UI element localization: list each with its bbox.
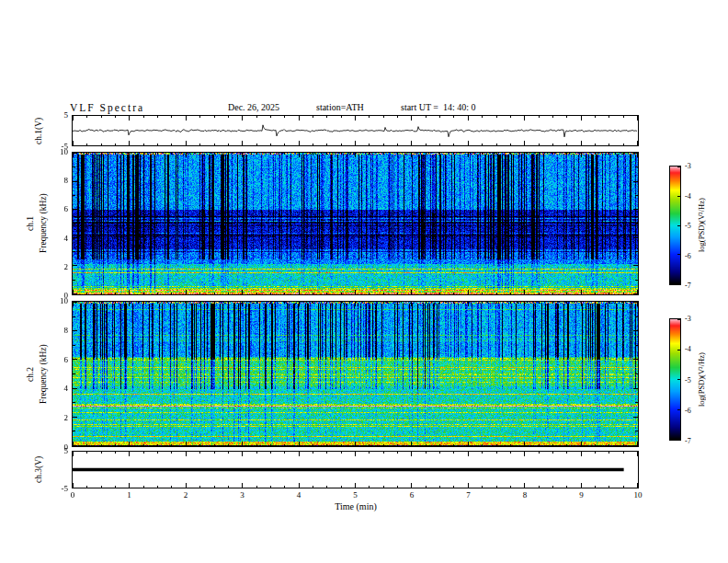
ch1-ytick-label: 5 bbox=[50, 110, 68, 120]
colorbar1-tick-label: -4 bbox=[685, 192, 701, 201]
ch2-channel-label: ch.2 bbox=[25, 301, 36, 447]
ch1-spectrogram bbox=[73, 153, 638, 294]
ch2-freq-tick-label: 0 bbox=[50, 442, 68, 452]
ch2-colorbar-gradient bbox=[670, 319, 680, 440]
ch2-freq-tick-label: 2 bbox=[50, 413, 68, 422]
time-tick-label: 7 bbox=[458, 490, 480, 500]
time-tick-label: 1 bbox=[119, 490, 141, 500]
colorbar2-tick-label: -7 bbox=[685, 437, 701, 446]
vlf-spectra-figure: VLF Spectra Dec. 26, 2025 station=ATH st… bbox=[0, 0, 728, 563]
ch1-colorbar bbox=[669, 166, 681, 285]
ch2-colorbar bbox=[669, 318, 681, 441]
figure-date: Dec. 26, 2025 bbox=[228, 102, 279, 112]
colorbar2-tick-label: -4 bbox=[685, 345, 701, 354]
ch2-freq-tick-label: 4 bbox=[50, 384, 68, 393]
ch1-voltage-panel bbox=[72, 115, 639, 146]
time-tick-label: 8 bbox=[514, 490, 536, 500]
ch1-voltage-waveform bbox=[73, 116, 638, 145]
ch1-voltage-axis-label: ch.1(V) bbox=[33, 115, 44, 146]
time-axis-label: Time (min) bbox=[300, 501, 412, 511]
ch1-frequency-axis-label: Frequency (kHz) bbox=[38, 152, 49, 295]
ch1-freq-tick-label: 2 bbox=[50, 262, 68, 271]
colorbar2-tick-label: -5 bbox=[685, 376, 701, 385]
time-tick-label: 9 bbox=[571, 490, 593, 500]
figure-title: VLF Spectra bbox=[70, 102, 144, 113]
ch2-freq-tick-label: 10 bbox=[50, 296, 68, 305]
ch1-colorbar-gradient bbox=[670, 167, 680, 284]
ch1-freq-tick-label: 10 bbox=[50, 147, 68, 156]
time-tick-label: 2 bbox=[175, 490, 197, 500]
time-tick-label: 5 bbox=[345, 490, 367, 500]
colorbar1-tick-label: -3 bbox=[685, 162, 701, 171]
ch1-channel-label: ch.1 bbox=[25, 152, 36, 295]
ch3-voltage-panel bbox=[72, 451, 639, 488]
colorbar1-tick-label: -7 bbox=[685, 282, 701, 291]
colorbar1-tick-label: -5 bbox=[685, 222, 701, 231]
station-label: station=ATH bbox=[316, 102, 364, 112]
ch1-spectrogram-panel bbox=[72, 152, 639, 295]
ch2-frequency-axis-label: Frequency (kHz) bbox=[38, 301, 49, 447]
time-tick-label: 0 bbox=[62, 490, 84, 500]
ch1-freq-tick-label: 4 bbox=[50, 234, 68, 243]
ch3-voltage-trace bbox=[73, 452, 638, 488]
colorbar1-tick-label: -6 bbox=[685, 252, 701, 261]
ch2-spectrogram bbox=[73, 302, 638, 446]
time-tick-label: 4 bbox=[288, 490, 310, 500]
ch2-freq-tick-label: 8 bbox=[50, 326, 68, 335]
time-tick-label: 3 bbox=[232, 490, 254, 500]
colorbar2-tick-label: -6 bbox=[685, 407, 701, 416]
ch1-freq-tick-label: 6 bbox=[50, 204, 68, 213]
ch3-voltage-axis-label: ch.3(V) bbox=[33, 451, 44, 488]
time-tick-label: 6 bbox=[401, 490, 423, 500]
ch2-freq-tick-label: 6 bbox=[50, 355, 68, 364]
ch2-spectrogram-panel bbox=[72, 301, 639, 447]
start-ut-label: start UT = 14: 40: 0 bbox=[401, 102, 476, 112]
time-tick-label: 10 bbox=[627, 490, 649, 500]
colorbar2-tick-label: -3 bbox=[685, 315, 701, 324]
ch1-freq-tick-label: 8 bbox=[50, 176, 68, 185]
